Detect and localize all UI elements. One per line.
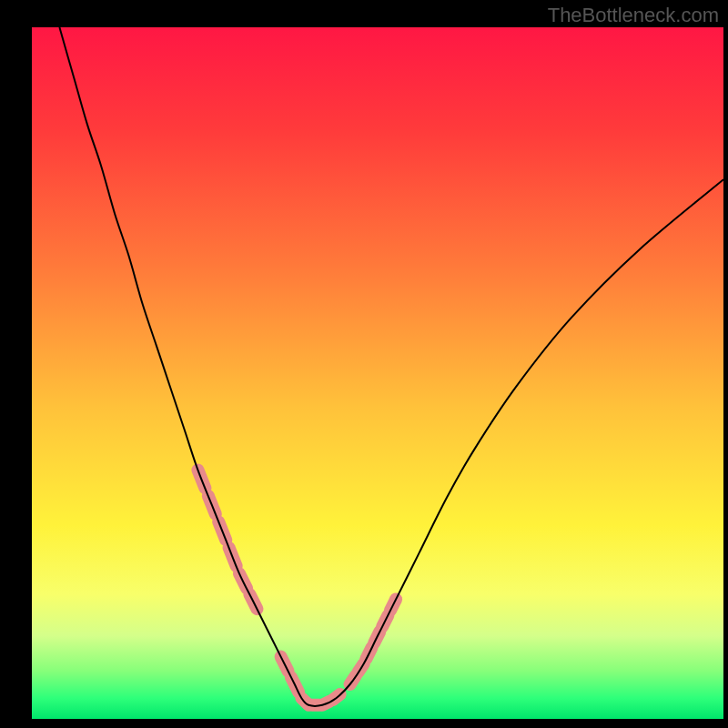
watermark-text: TheBottleneck.com: [548, 4, 719, 27]
gradient-background: [32, 27, 723, 719]
bottleneck-chart: [32, 27, 723, 719]
chart-plot-area: [32, 27, 723, 719]
